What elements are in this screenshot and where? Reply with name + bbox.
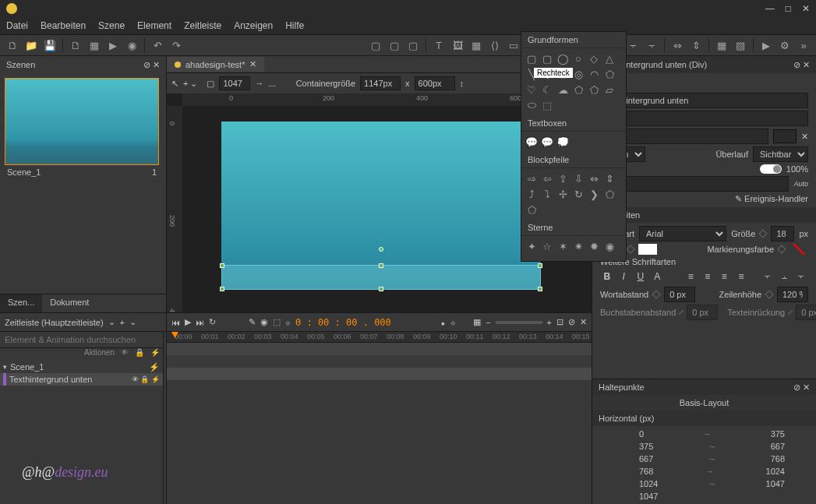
scene-tool-icon[interactable]: ▢ xyxy=(405,37,421,53)
preview-icon[interactable]: ◉ xyxy=(124,37,140,53)
overflow-select[interactable]: Sichtbar xyxy=(753,146,808,162)
open-icon[interactable]: 📁 xyxy=(23,37,39,53)
arrow-bent-icon[interactable]: ⤴ xyxy=(525,187,539,201)
align-center-icon[interactable]: ≡ xyxy=(701,270,715,284)
star6-icon[interactable]: ✶ xyxy=(556,239,570,253)
keyframe-icon[interactable] xyxy=(777,245,786,253)
bold-icon[interactable]: B xyxy=(600,270,614,284)
menu-file[interactable]: Datei xyxy=(6,20,28,31)
video-icon[interactable]: ▶ xyxy=(105,37,121,53)
pentagon-icon[interactable]: ⬠ xyxy=(587,83,601,97)
arrow-ud-icon[interactable]: ⇕ xyxy=(602,171,616,185)
star8-icon[interactable]: ✷ xyxy=(571,239,585,253)
rect-shape-icon[interactable]: ▢ xyxy=(525,51,539,65)
tab-document[interactable]: Dokument xyxy=(42,294,97,312)
tl-rec-icon[interactable]: ◉ xyxy=(260,317,268,327)
timeline-element-row[interactable]: Texthintergrund unten 👁 🔒 ⚡ xyxy=(0,373,163,386)
arrow-up-icon[interactable]: ⇧ xyxy=(556,171,570,185)
color-well[interactable] xyxy=(773,129,797,143)
arrow-lr-icon[interactable]: ⇔ xyxy=(587,171,601,185)
timeline-scene-row[interactable]: ▾ Scene_1 ⚡ xyxy=(0,361,163,373)
ellipse-icon[interactable]: ◯ xyxy=(556,51,570,65)
arrow-right-icon[interactable]: ⇨ xyxy=(525,171,539,185)
triangle-icon[interactable]: △ xyxy=(602,51,616,65)
doc-tab-close-icon[interactable]: ✕ xyxy=(249,59,256,69)
aspect-lock-icon[interactable]: ↕ xyxy=(460,79,465,88)
code-tool-icon[interactable]: ⟨⟩ xyxy=(487,37,503,53)
bp-row[interactable]: 1047 xyxy=(592,490,816,502)
arc-icon[interactable]: ◠ xyxy=(587,67,601,81)
event-handler-button[interactable]: ✎ Ereignis-Handler xyxy=(735,194,808,204)
cloud-icon[interactable]: ☁ xyxy=(556,83,570,97)
tl-fit-icon[interactable]: ⊡ xyxy=(556,317,563,327)
container-h-input[interactable] xyxy=(415,76,455,90)
menu-edit[interactable]: Bearbeiten xyxy=(41,20,86,31)
heart-icon[interactable]: ♡ xyxy=(525,83,539,97)
page-icon[interactable]: 🗋 xyxy=(68,37,83,53)
doc-tab[interactable]: ahadesign-test* ✕ xyxy=(167,57,264,72)
cylinder-icon[interactable]: ⬭ xyxy=(525,98,539,112)
tl-dropdown-icon[interactable]: ⌄ xyxy=(108,317,115,327)
clear-icon[interactable]: ✕ xyxy=(801,132,808,142)
arrow-3way-icon[interactable]: ⤵ xyxy=(540,187,554,201)
tl-prev-icon[interactable]: ⏮ xyxy=(171,318,180,327)
lock-icon[interactable]: 🔒 xyxy=(135,348,144,361)
italic-icon[interactable]: I xyxy=(617,270,631,284)
rounded-rect-icon[interactable]: ▢ xyxy=(540,51,554,65)
element-name-input[interactable] xyxy=(600,93,808,108)
bolt-icon[interactable]: ⚡ xyxy=(150,348,160,361)
element-class-input[interactable] xyxy=(600,111,808,126)
tl-zoom-slider[interactable] xyxy=(496,321,542,324)
tl-grid-icon[interactable]: ▦ xyxy=(473,317,481,327)
bp-row[interactable]: 667→768 xyxy=(592,453,816,465)
menu-timeline[interactable]: Zeitleiste xyxy=(184,20,221,31)
arrow-down-icon[interactable]: ⇩ xyxy=(571,171,585,185)
bp-pop-icon[interactable]: ⊘ xyxy=(793,382,800,392)
scenes-close-icon[interactable]: ⊘ ✕ xyxy=(143,60,160,70)
thought-icon[interactable]: 💭 xyxy=(556,135,570,149)
tl-auto-icon[interactable]: ⟐ xyxy=(285,318,291,327)
input-tool-icon[interactable]: ▭ xyxy=(506,37,521,53)
menu-element[interactable]: Element xyxy=(137,20,171,31)
redo-icon[interactable]: ↷ xyxy=(168,37,184,53)
tl-key-icon[interactable]: ⬚ xyxy=(273,317,281,327)
rect-tool-icon[interactable]: ▢ xyxy=(368,37,383,53)
dist-h-icon[interactable]: ⇔ xyxy=(669,37,685,53)
circle-icon[interactable]: ○ xyxy=(571,51,585,65)
letter-spacing-input[interactable] xyxy=(687,305,718,320)
minimize-icon[interactable]: — xyxy=(765,3,775,14)
moon-icon[interactable]: ☾ xyxy=(540,83,554,97)
tl-marker-icon[interactable]: ⬥ xyxy=(440,318,446,327)
text-tool-icon[interactable]: T xyxy=(431,37,447,53)
keyframe-icon[interactable] xyxy=(759,229,768,238)
image-tool-icon[interactable]: 🖼 xyxy=(450,37,465,53)
html-icon[interactable]: ▦ xyxy=(87,37,102,53)
highlight-color-well[interactable] xyxy=(790,244,808,255)
arrow-curve-icon[interactable]: ↻ xyxy=(571,187,585,201)
cube-icon[interactable]: ⬚ xyxy=(540,98,554,112)
settings-icon[interactable]: ⚙ xyxy=(777,37,793,53)
maximize-icon[interactable]: □ xyxy=(786,3,791,14)
container-w-input[interactable] xyxy=(360,76,401,90)
speech-round-icon[interactable]: 💬 xyxy=(540,135,554,149)
add-icon[interactable]: + ⌄ xyxy=(183,79,197,89)
menu-help[interactable]: Hilfe xyxy=(285,20,304,31)
tab-scenes[interactable]: Szen... xyxy=(0,294,42,312)
line-height-input[interactable] xyxy=(777,287,808,302)
tl-pen-icon[interactable]: ✎ xyxy=(249,317,256,327)
eye-icon[interactable]: 👁 xyxy=(121,348,129,361)
star5-icon[interactable]: ☆ xyxy=(540,239,554,253)
align-right-icon[interactable]: ≡ xyxy=(718,270,732,284)
dist-v-icon[interactable]: ⇕ xyxy=(688,37,704,53)
media-tool-icon[interactable]: ▦ xyxy=(468,37,484,53)
more-icon[interactable]: » xyxy=(796,37,811,53)
arrow-notch-icon[interactable]: ⬠ xyxy=(525,203,539,217)
auto-input[interactable] xyxy=(600,176,789,192)
underline-icon[interactable]: U xyxy=(634,270,648,284)
arrange-icon[interactable]: ▦ xyxy=(714,37,729,53)
timeline-search-input[interactable] xyxy=(0,332,163,347)
valign-mid-icon[interactable]: ⫠ xyxy=(778,270,792,284)
panel-close-icon[interactable]: ✕ xyxy=(803,60,810,69)
tl-loop-icon[interactable]: ↻ xyxy=(209,317,216,327)
canvas-width-input[interactable] xyxy=(219,76,250,90)
